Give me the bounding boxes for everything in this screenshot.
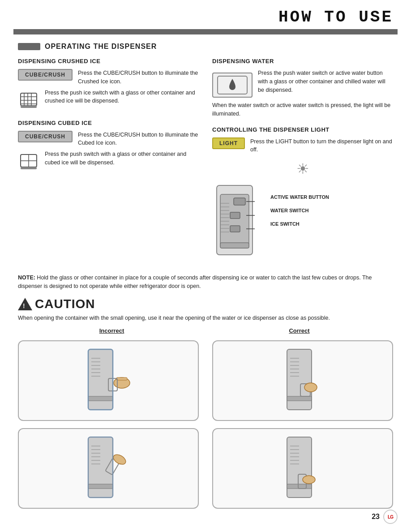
caution-triangle-icon — [18, 298, 32, 310]
svg-rect-24 — [234, 198, 245, 205]
correct-label-col: Correct — [206, 327, 393, 337]
svg-point-73 — [303, 476, 315, 484]
crushed-ice-section: DISPENSING CRUSHED ICE CUBE/CRUSH Press … — [18, 58, 199, 112]
main-content: OPERATING THE DISPENSER DISPENSING CRUSH… — [0, 34, 411, 518]
dispensing-water-content: Press the push water switch or active wa… — [212, 69, 393, 101]
image-labels-row: Incorrect Correct — [18, 327, 393, 337]
crushed-ice-title: DISPENSING CRUSHED ICE — [18, 58, 199, 64]
crushed-ice-step1: Press the CUBE/CRUSH button to illuminat… — [78, 69, 199, 86]
incorrect-fridge-svg-1 — [81, 347, 135, 414]
cube-crush-btn-area-2: CUBE/CRUSH — [18, 131, 73, 146]
two-col-layout: DISPENSING CRUSHED ICE CUBE/CRUSH Press … — [18, 58, 393, 271]
dispensing-water-title: DISPENSING WATER — [212, 58, 393, 64]
fridge-diagram-container: ☀ — [212, 160, 393, 263]
right-column: DISPENSING WATER — [212, 58, 393, 271]
caution-title-row: CAUTION — [18, 297, 393, 311]
light-btn-area: LIGHT — [212, 137, 245, 153]
incorrect-label-col: Incorrect — [18, 327, 206, 337]
correct-label: Correct — [206, 327, 393, 334]
correct-diagram-2 — [212, 428, 393, 509]
dispensing-water-text: Press the push water switch or active wa… — [258, 69, 393, 97]
correct-fridge-svg-2 — [276, 435, 330, 502]
dispensing-water-step1: Press the push water switch or active wa… — [258, 69, 393, 94]
header-bar — [13, 29, 398, 34]
cube-crush-btn-area: CUBE/CRUSH — [18, 69, 73, 84]
lg-logo: LG — [383, 510, 398, 524]
section-title: OPERATING THE DISPENSER — [45, 43, 157, 51]
svg-rect-71 — [287, 484, 312, 489]
section-title-icon — [18, 43, 40, 50]
cubed-ice-section: DISPENSING CUBED ICE CUBE/CRUSH Press th… — [18, 120, 199, 173]
caution-heading: CAUTION — [35, 297, 95, 311]
svg-rect-25 — [230, 212, 240, 219]
caution-images-row1 — [18, 340, 393, 421]
crushed-ice-content: CUBE/CRUSH Press the CUBE/CRUSH button t… — [18, 69, 199, 89]
svg-rect-60 — [88, 484, 113, 489]
page-number-bar: 23 LG — [372, 510, 398, 524]
svg-rect-11 — [21, 167, 37, 169]
svg-rect-38 — [88, 396, 113, 401]
cubed-ice-icon — [18, 150, 39, 173]
water-button-icon-area — [212, 69, 253, 101]
fridge-svg-wrap — [212, 181, 266, 263]
note-section: NOTE: Hold the glass or other container … — [18, 274, 393, 291]
page-header: HOW TO USE — [0, 0, 411, 29]
cubed-ice-svg — [18, 150, 39, 172]
water-icon-svg — [217, 75, 248, 95]
crushed-ice-step2-row: Press the push ice switch with a glass o… — [18, 89, 199, 112]
cubed-ice-step1: Press the CUBE/CRUSH button to illuminat… — [78, 131, 199, 148]
fridge-label-active-water: ACTIVE WATER BUTTON — [270, 194, 329, 200]
controlling-light-title: CONTROLLING THE DISPENSER LIGHT — [212, 126, 393, 133]
correct-fridge-svg-1 — [276, 347, 330, 414]
note-bold: NOTE: — [18, 275, 35, 281]
cubed-ice-step1-text: Press the CUBE/CRUSH button to illuminat… — [78, 131, 199, 150]
cubed-ice-step2-row: Press the push switch with a glass or ot… — [18, 150, 199, 173]
svg-rect-40 — [116, 378, 127, 380]
crushed-ice-step1-text: Press the CUBE/CRUSH button to illuminat… — [78, 69, 199, 89]
cube-crush-button-2[interactable]: CUBE/CRUSH — [18, 131, 73, 142]
cubed-ice-step2-text: Press the push switch with a glass or ot… — [45, 150, 199, 170]
cubed-ice-btn-row: CUBE/CRUSH Press the CUBE/CRUSH button t… — [18, 131, 199, 150]
page-number: 23 — [372, 513, 380, 521]
section-title-bar: OPERATING THE DISPENSER — [18, 43, 393, 51]
fridge-label-water-switch: WATER SWITCH — [270, 208, 329, 213]
cube-crush-button-1[interactable]: CUBE/CRUSH — [18, 69, 73, 81]
incorrect-diagram-2 — [18, 428, 199, 509]
note-body: Hold the glass or other container in pla… — [18, 275, 372, 289]
cubed-ice-title: DISPENSING CUBED ICE — [18, 120, 199, 126]
water-dispenser-icon — [212, 73, 253, 98]
dispensing-water-section: DISPENSING WATER — [212, 58, 393, 118]
svg-rect-26 — [230, 226, 240, 232]
caution-images-row2 — [18, 428, 393, 509]
fridge-diagram-svg — [212, 181, 266, 262]
left-column: DISPENSING CRUSHED ICE CUBE/CRUSH Press … — [18, 58, 199, 271]
fridge-diagram-area: ACTIVE WATER BUTTON WATER SWITCH ICE SWI… — [212, 181, 393, 263]
fridge-labels-wrap: ACTIVE WATER BUTTON WATER SWITCH ICE SWI… — [270, 181, 329, 235]
caution-section: CAUTION When opening the container with … — [18, 297, 393, 509]
controlling-light-section: CONTROLLING THE DISPENSER LIGHT LIGHT Pr… — [212, 126, 393, 263]
controlling-light-content: LIGHT Press the LIGHT button to turn the… — [212, 137, 393, 157]
svg-rect-27 — [220, 243, 249, 248]
crushed-ice-icon — [18, 89, 39, 112]
fridge-label-ice-switch: ICE SWITCH — [270, 221, 329, 227]
light-bulb-icon: ☀ — [212, 160, 393, 177]
correct-diagram-1 — [212, 340, 393, 421]
caution-text: When opening the container with the smal… — [18, 314, 393, 322]
svg-point-62 — [112, 453, 128, 467]
crushed-ice-step2-text: Press the push ice switch with a glass o… — [45, 89, 199, 108]
svg-rect-7 — [21, 106, 37, 108]
controlling-light-text: Press the LIGHT button to turn the dispe… — [250, 137, 393, 157]
svg-point-52 — [304, 383, 317, 392]
incorrect-label: Incorrect — [18, 327, 206, 334]
page: HOW TO USE OPERATING THE DISPENSER DISPE… — [0, 0, 411, 518]
dispensing-water-step2: When the water switch or active water sw… — [212, 101, 393, 118]
controlling-light-step1: Press the LIGHT button to turn the dispe… — [250, 137, 393, 154]
crushed-ice-step2: Press the push ice switch with a glass o… — [45, 89, 199, 106]
incorrect-diagram-1 — [18, 340, 199, 421]
crushed-ice-svg — [18, 89, 39, 110]
page-title: HOW TO USE — [0, 8, 393, 26]
cubed-ice-step2: Press the push switch with a glass or ot… — [45, 150, 199, 167]
note-text: NOTE: Hold the glass or other container … — [18, 274, 393, 291]
incorrect-fridge-svg-2 — [81, 435, 135, 502]
light-button[interactable]: LIGHT — [212, 137, 245, 149]
